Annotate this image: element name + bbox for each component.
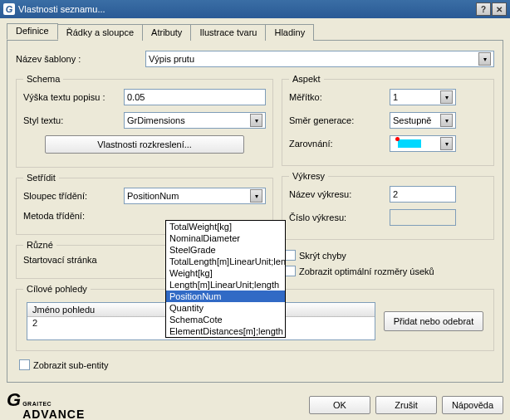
template-name-select[interactable]: Výpis prutu ▾ <box>145 51 494 67</box>
app-icon: G <box>3 3 15 15</box>
dropdown-option[interactable]: Quantity <box>166 302 285 314</box>
dropdown-option[interactable]: SchemaCote <box>166 314 285 325</box>
dropdown-option[interactable]: NominalDiameter <box>166 232 285 244</box>
dropdown-option[interactable]: ElementDistances[m];length <box>166 325 285 337</box>
cancel-button[interactable]: Zrušit <box>375 396 437 414</box>
start-page-label: Startovací stránka <box>23 255 119 265</box>
dropdown-option[interactable]: Length[m]LinearUnit;length <box>166 279 285 291</box>
vykresy-legend: Výkresy <box>289 171 328 181</box>
help-button[interactable]: ? <box>476 2 491 16</box>
alignment-swatch-icon <box>398 139 421 148</box>
chevron-down-icon: ▾ <box>250 114 262 127</box>
alignment-label: Zarovnání: <box>289 139 385 149</box>
brand-logo: G GRAITEC ADVANCE <box>7 389 85 420</box>
dropdown-option[interactable]: SteelGrade <box>166 244 285 256</box>
help-footer-button[interactable]: Nápověda <box>442 396 503 414</box>
alignment-select[interactable]: ▾ <box>390 135 456 152</box>
text-height-label: Výška textu popisu : <box>23 92 119 102</box>
sort-column-dropdown[interactable]: TotalWeight[kg] NominalDiameter SteelGra… <box>165 220 286 338</box>
hide-errors-checkbox[interactable]: Skrýt chyby <box>285 250 491 261</box>
tab-definice[interactable]: Definice <box>7 23 58 40</box>
schema-legend: Schema <box>23 74 63 84</box>
aspekt-legend: Aspekt <box>289 74 324 84</box>
scale-select[interactable]: 1 ▾ <box>390 89 456 105</box>
tab-row: Definice Řádky a sloupce Atributy Ilustr… <box>7 23 503 41</box>
drawing-props-button[interactable]: Vlastnosti rozkreslení... <box>45 135 244 154</box>
dropdown-option[interactable]: Weight[kg] <box>166 267 285 279</box>
drawing-number-input[interactable] <box>390 209 456 226</box>
ruzne-legend: Různé <box>23 240 56 250</box>
checkbox-icon <box>285 250 296 261</box>
drawing-name-label: Název výkresu: <box>289 189 385 199</box>
tab-ilustrace[interactable]: Ilustrace tvaru <box>190 24 266 41</box>
text-height-input[interactable] <box>124 89 266 105</box>
chevron-down-icon: ▾ <box>478 52 491 66</box>
direction-select[interactable]: Sestupně ▾ <box>390 112 456 129</box>
sort-legend: Setřídit <box>23 173 59 183</box>
direction-label: Směr generace: <box>289 115 385 125</box>
tab-atributy[interactable]: Atributy <box>142 24 191 41</box>
window-title: Vlastnosti seznamu... <box>18 4 105 14</box>
add-remove-button[interactable]: Přidat nebo odebrat <box>384 311 483 331</box>
scale-label: Měřítko: <box>289 92 385 102</box>
chevron-down-icon: ▾ <box>250 189 262 203</box>
tab-hladiny[interactable]: Hladiny <box>265 24 314 41</box>
chevron-down-icon: ▾ <box>440 137 453 150</box>
sort-method-label: Metoda třídění: <box>23 211 119 221</box>
tab-radky[interactable]: Řádky a sloupce <box>57 24 143 41</box>
close-button[interactable]: ✕ <box>492 2 507 16</box>
titlebar: G Vlastnosti seznamu... ? ✕ <box>0 0 510 18</box>
dropdown-option[interactable]: TotalWeight[kg] <box>166 221 285 232</box>
checkbox-icon <box>19 359 30 370</box>
ok-button[interactable]: OK <box>309 396 370 414</box>
chevron-down-icon: ▾ <box>440 114 453 127</box>
sort-column-select[interactable]: PositionNum ▾ <box>124 188 266 204</box>
cilove-legend: Cílové pohledy <box>23 284 91 294</box>
dropdown-option-selected[interactable]: PositionNum <box>166 291 285 302</box>
sort-column-label: Sloupec třídění: <box>23 191 119 201</box>
chevron-down-icon: ▾ <box>440 90 453 104</box>
template-name-label: Název šablony : <box>16 54 140 64</box>
show-optimal-checkbox[interactable]: Zobrazit optimální rozměry úseků <box>285 266 491 276</box>
text-style-label: Styl textu: <box>23 115 119 125</box>
text-style-select[interactable]: GrDimensions ▾ <box>124 112 266 129</box>
drawing-name-input[interactable] <box>390 186 456 203</box>
show-subentity-checkbox[interactable]: Zobrazit sub-entity <box>19 359 494 370</box>
dropdown-option[interactable]: TotalLength[m]LinearUnit;length <box>166 256 285 267</box>
checkbox-icon <box>285 266 296 276</box>
drawing-number-label: Číslo výkresu: <box>289 212 385 222</box>
